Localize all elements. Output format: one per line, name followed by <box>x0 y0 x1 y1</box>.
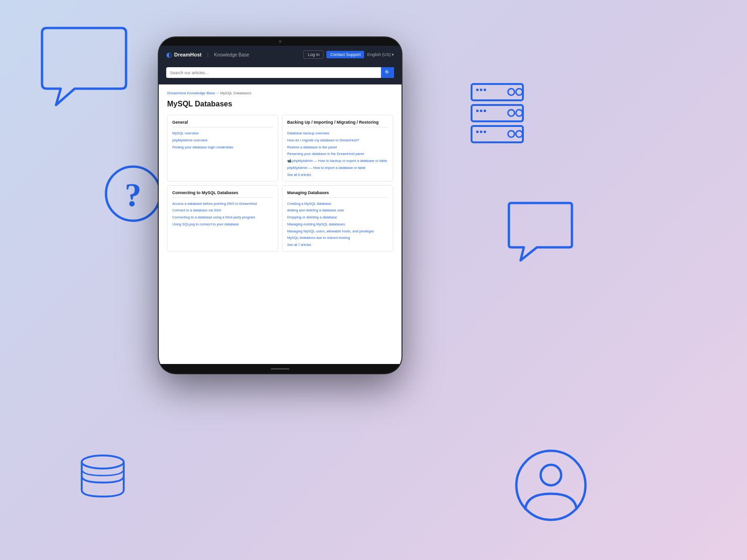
login-button[interactable]: Log In <box>303 50 324 59</box>
backing-up-see-all[interactable]: See all 8 articles <box>287 173 388 176</box>
svg-rect-6 <box>476 89 479 91</box>
svg-rect-8 <box>484 89 486 91</box>
speech-bubble-top-left-icon <box>28 23 145 117</box>
svg-point-16 <box>508 131 514 137</box>
svg-rect-20 <box>484 131 486 133</box>
svg-rect-12 <box>476 110 479 112</box>
search-icon: 🔍 <box>385 70 390 75</box>
search-bar-container: 🔍 <box>159 63 402 84</box>
connect-ssh-link[interactable]: Connect to a database via SSH <box>172 208 273 213</box>
breadcrumb-home[interactable]: DreamHost Knowledge Base <box>167 91 215 95</box>
svg-rect-18 <box>476 131 479 133</box>
managing-see-all[interactable]: See all 7 articles <box>287 243 388 246</box>
search-input[interactable] <box>166 68 381 78</box>
dreamhost-logo: ◐ DreamHost <box>166 51 202 58</box>
phpmyadmin-import-link[interactable]: phpMyAdmin — How to import a database or… <box>287 166 388 170</box>
contact-support-button[interactable]: Contact Support <box>326 51 364 58</box>
tablet-bottom-bar <box>159 364 402 373</box>
backing-up-card: Backing Up / Importing / Migrating / Res… <box>282 115 393 182</box>
tablet-device: ◐ DreamHost | Knowledge Base Log In Cont… <box>159 37 402 373</box>
svg-point-22 <box>541 465 561 485</box>
connecting-card: Connecting to MySQL Databases Access a d… <box>167 185 278 252</box>
svg-rect-9 <box>472 105 523 121</box>
breadcrumb-separator: > <box>217 91 219 95</box>
svg-point-10 <box>508 110 514 116</box>
restore-db-link[interactable]: Restore a database in the panel <box>287 145 388 150</box>
connecting-card-title: Connecting to MySQL Databases <box>172 190 273 198</box>
logo-text: DreamHost <box>174 52 202 57</box>
breadcrumb: DreamHost Knowledge Base > MySQL Databas… <box>167 91 393 95</box>
navbar: ◐ DreamHost | Knowledge Base Log In Cont… <box>159 46 402 63</box>
svg-point-11 <box>516 110 522 116</box>
db-backup-overview-link[interactable]: Database backup overview <box>287 131 388 136</box>
sqlyog-link[interactable]: Using SQLyog to connect to your database <box>172 222 273 227</box>
svg-point-4 <box>508 89 514 95</box>
language-dropdown-arrow: ▾ <box>392 52 394 57</box>
managing-card-title: Managing Databases <box>287 190 388 198</box>
svg-rect-19 <box>480 131 482 133</box>
speech-bubble-right-icon <box>500 201 579 266</box>
svg-point-17 <box>516 131 522 137</box>
phpmyadmin-backup-link[interactable]: 📹 phpMyAdmin — How to backup or export a… <box>287 159 388 163</box>
phpmyadmin-overview-link[interactable]: phpMyAdmin overview <box>172 138 273 143</box>
create-db-link[interactable]: Creating a MySQL database <box>287 202 388 206</box>
connect-third-party-link[interactable]: Connecting to a database using a third-p… <box>172 215 273 220</box>
person-icon <box>514 448 588 523</box>
managing-card: Managing Databases Creating a MySQL data… <box>282 185 393 252</box>
svg-rect-14 <box>484 110 486 112</box>
access-before-dns-link[interactable]: Access a database before pointing DNS to… <box>172 202 273 206</box>
svg-point-5 <box>516 89 522 95</box>
server-rack-icon <box>467 79 528 149</box>
search-bar: 🔍 <box>166 67 394 78</box>
manage-users-link[interactable]: Managing MySQL users, allowable hosts, a… <box>287 229 388 234</box>
navbar-right: Log In Contact Support English (US) ▾ <box>303 50 394 59</box>
manage-existing-link[interactable]: Managing existing MySQL databases <box>287 222 388 227</box>
home-indicator <box>271 368 289 370</box>
svg-text:?: ? <box>125 176 141 214</box>
cards-grid: General MySQL overview phpMyAdmin overvi… <box>167 115 393 252</box>
add-delete-user-link[interactable]: Adding and deleting a database user <box>287 208 388 213</box>
nav-divider: | <box>207 52 209 57</box>
knowledge-base-label: Knowledge Base <box>214 52 249 57</box>
navbar-left: ◐ DreamHost | Knowledge Base <box>166 51 249 58</box>
limitations-link[interactable]: MySQL limitations due to shared hosting <box>287 236 388 240</box>
general-card: General MySQL overview phpMyAdmin overvi… <box>167 115 278 182</box>
language-selector[interactable]: English (US) ▾ <box>367 52 394 57</box>
dreamhost-logo-icon: ◐ <box>166 51 172 58</box>
svg-rect-7 <box>480 89 482 91</box>
breadcrumb-current: MySQL Databases <box>220 91 251 95</box>
svg-point-2 <box>82 455 124 469</box>
db-login-credentials-link[interactable]: Finding your database login credentials <box>172 145 273 150</box>
question-mark-icon: ? <box>103 163 163 224</box>
mysql-overview-link[interactable]: MySQL overview <box>172 131 273 136</box>
rename-db-link[interactable]: Renaming your database in the DreamHost … <box>287 152 388 156</box>
search-button[interactable]: 🔍 <box>381 67 394 78</box>
tablet-screen: ◐ DreamHost | Knowledge Base Log In Cont… <box>159 46 402 364</box>
tablet-camera <box>279 40 282 43</box>
tablet-top-bar <box>159 37 402 46</box>
page-title: MySQL Databases <box>167 100 393 108</box>
backing-up-card-title: Backing Up / Importing / Migrating / Res… <box>287 120 388 127</box>
svg-rect-13 <box>480 110 482 112</box>
svg-rect-3 <box>472 84 523 100</box>
svg-rect-15 <box>472 126 523 142</box>
language-label: English (US) <box>367 52 391 57</box>
database-icon <box>77 453 128 499</box>
migrate-db-link[interactable]: How do I migrate my database to DreamHos… <box>287 138 388 143</box>
drop-db-link[interactable]: Dropping or deleting a database <box>287 215 388 220</box>
content-area: DreamHost Knowledge Base > MySQL Databas… <box>159 84 402 364</box>
general-card-title: General <box>172 120 273 127</box>
